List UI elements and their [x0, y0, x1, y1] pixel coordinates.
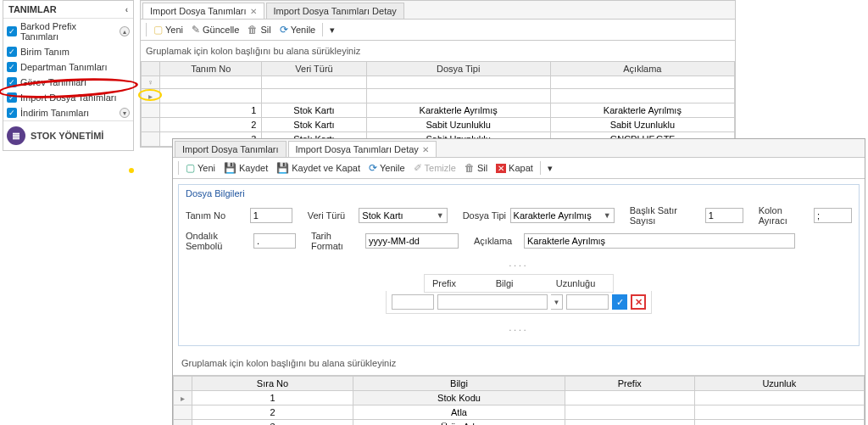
ondalik-input[interactable] — [253, 233, 296, 249]
stock-management-label: STOK YÖNETİMİ — [31, 131, 103, 141]
check-icon: ✓ — [7, 77, 17, 87]
kolon-label: Kolon Ayıracı — [759, 205, 810, 226]
update-button[interactable]: ✎Güncelle — [188, 22, 242, 37]
sidebar: TANIMLAR ‹ ✓ Barkod Prefix Tanımları ▴ ✓… — [3, 0, 134, 151]
tab-import-dosya-detay[interactable]: Import Dosya Tanımları Detay — [266, 3, 404, 19]
close-icon[interactable]: ✕ — [422, 145, 429, 154]
table-row[interactable]: 1 Stok Kartı Karakterle Ayrılmış Karakte… — [142, 103, 735, 118]
save-icon: 💾 — [224, 162, 236, 174]
table-row[interactable]: ▸1Stok Kodu — [174, 391, 865, 405]
main-grid[interactable]: Tanım No Veri Türü Dosya Tipi Açıklama ♀… — [141, 61, 735, 147]
cancel-button[interactable]: ✕ — [631, 294, 646, 310]
close-button[interactable]: ✕Kapat — [492, 161, 537, 175]
col-aciklama[interactable]: Açıklama — [550, 62, 734, 76]
tarih-label: Tarih Formatı — [311, 231, 362, 251]
chevron-down-icon[interactable]: ▼ — [551, 294, 563, 310]
table-row[interactable]: 2 Stok Kartı Sabit Uzunluklu Sabit Uzunl… — [142, 118, 735, 132]
check-icon: ✓ — [7, 62, 17, 72]
refresh-button[interactable]: ⟳Yenile — [365, 160, 409, 176]
new-button[interactable]: ▢Yeni — [150, 22, 186, 37]
uzunluk-label: Uzunluğu — [550, 278, 601, 288]
check-icon: ✓ — [7, 92, 17, 103]
col-dosya-tipi[interactable]: Dosya Tipi — [366, 62, 550, 76]
main-toolbar: ▢Yeni ✎Güncelle 🗑Sil ⟳Yenile ▾ — [141, 20, 735, 41]
toolbar-dropdown[interactable]: ▾ — [544, 161, 556, 176]
confirm-button[interactable]: ✓ — [612, 294, 627, 310]
document-icon: ▢ — [186, 162, 195, 174]
sidebar-item-label: Birim Tanım — [20, 47, 70, 57]
save-close-button[interactable]: 💾Kaydet ve Kapat — [273, 160, 364, 176]
dosya-tipi-select[interactable]: Karakterle Ayrılmış▼ — [510, 208, 615, 223]
bilgi-input[interactable] — [437, 294, 548, 310]
new-button[interactable]: ▢Yeni — [182, 160, 219, 176]
detail-tab-bar: Import Dosya Tanımları Import Dosya Tanı… — [173, 139, 865, 158]
row-indicator-icon: ▸ — [181, 394, 185, 403]
file-info-group: Dosya Bilgileri Tanım No Veri Türü Stok … — [178, 184, 860, 346]
col-tanim-no[interactable]: Tanım No — [160, 62, 262, 76]
detail-panel: Import Dosya Tanımları Import Dosya Tanı… — [172, 138, 865, 425]
tab-import-dosya[interactable]: Import Dosya Tanımları ✕ — [142, 3, 264, 19]
clear-button[interactable]: ✐Temizle — [410, 160, 459, 176]
divider-dots: .... — [186, 321, 852, 335]
tab-label: Import Dosya Tanımları Detay — [274, 6, 397, 16]
refresh-button[interactable]: ⟳Yenile — [276, 22, 320, 37]
tanim-no-label: Tanım No — [186, 210, 247, 221]
veri-turu-select[interactable]: Stok Kartı▼ — [359, 208, 447, 223]
sidebar-header: TANIMLAR ‹ — [3, 1, 133, 19]
tab-import-dosya-detay[interactable]: Import Dosya Tanımları Detay ✕ — [288, 141, 437, 157]
aciklama-input[interactable] — [524, 233, 795, 249]
dosya-tipi-label: Dosya Tipi — [463, 210, 507, 221]
filter-row[interactable]: ♀ — [142, 76, 735, 89]
sidebar-item-barkod-prefix[interactable]: ✓ Barkod Prefix Tanımları ▴ — [3, 19, 133, 44]
collapse-down-icon[interactable]: ▾ — [120, 108, 130, 118]
baslik-input[interactable] — [705, 208, 743, 223]
tab-label: Import Dosya Tanımları — [150, 6, 247, 16]
check-icon: ✓ — [7, 26, 17, 36]
col-uzunluk[interactable]: Uzunluk — [694, 377, 864, 391]
tab-label: Import Dosya Tanımları Detay — [296, 144, 419, 154]
sidebar-item-birim[interactable]: ✓ Birim Tanım — [3, 44, 133, 59]
sidebar-item-label: Import Dosya Tanımları — [20, 92, 117, 103]
close-icon[interactable]: ✕ — [250, 7, 257, 16]
save-button[interactable]: 💾Kaydet — [220, 160, 271, 176]
tab-import-dosya[interactable]: Import Dosya Tanımları — [175, 141, 287, 157]
sidebar-item-departman[interactable]: ✓ Departman Tanımları — [3, 59, 133, 75]
main-panel: Import Dosya Tanımları ✕ Import Dosya Ta… — [140, 0, 736, 148]
col-sira-no[interactable]: Sıra No — [192, 377, 353, 391]
tanim-no-input[interactable] — [250, 208, 292, 223]
uzunluk-input[interactable] — [566, 294, 609, 310]
row-indicator-icon: ▸ — [148, 92, 153, 101]
sidebar-title: TANIMLAR — [8, 4, 57, 14]
refresh-icon: ⟳ — [369, 162, 377, 174]
list-icon: ≣ — [7, 126, 25, 145]
sidebar-item-indirim[interactable]: ✓ İndirim Tanımları ▾ — [3, 105, 133, 120]
prefix-input[interactable] — [392, 294, 434, 310]
brush-icon: ✐ — [414, 162, 422, 174]
baslik-label: Başlık Satır Sayısı — [630, 205, 702, 226]
veri-turu-label: Veri Türü — [308, 210, 356, 221]
tab-label: Import Dosya Tanımları — [182, 144, 279, 154]
col-veri-turu[interactable]: Veri Türü — [262, 62, 366, 76]
blank-row[interactable]: ▸ — [142, 89, 735, 103]
toolbar-dropdown[interactable]: ▾ — [326, 23, 338, 37]
chevron-down-icon: ▼ — [604, 211, 611, 220]
group-hint-area[interactable]: Gruplamak için kolon başlığını bu alana … — [141, 41, 735, 61]
chevron-left-icon[interactable]: ‹ — [125, 5, 128, 14]
table-row[interactable]: 3Ürün Adı — [174, 420, 865, 426]
collapse-up-icon[interactable]: ▴ — [120, 26, 130, 36]
detail-toolbar: ▢Yeni 💾Kaydet 💾Kaydet ve Kapat ⟳Yenile ✐… — [173, 158, 865, 179]
kolon-input[interactable] — [814, 208, 852, 223]
tarih-input[interactable] — [365, 233, 459, 249]
sidebar-item-import-dosya[interactable]: ✓ Import Dosya Tanımları — [3, 90, 133, 105]
delete-button[interactable]: 🗑Sil — [244, 22, 274, 37]
col-prefix[interactable]: Prefix — [565, 377, 695, 391]
detail-grid[interactable]: Sıra No Bilgi Prefix Uzunluk ▸1Stok Kodu… — [173, 376, 865, 425]
stock-management-header[interactable]: ≣ STOK YÖNETİMİ — [3, 120, 133, 150]
refresh-icon: ⟳ — [280, 24, 288, 36]
table-row[interactable]: 2Atla — [174, 405, 865, 420]
delete-button[interactable]: 🗑Sil — [461, 160, 491, 176]
detail-group-hint[interactable]: Gruplamak için kolon başlığını bu alana … — [173, 351, 865, 375]
trash-icon: 🗑 — [465, 162, 475, 174]
col-bilgi[interactable]: Bilgi — [353, 377, 565, 391]
sidebar-item-gorev[interactable]: ✓ Görev Tanımları — [3, 75, 133, 90]
